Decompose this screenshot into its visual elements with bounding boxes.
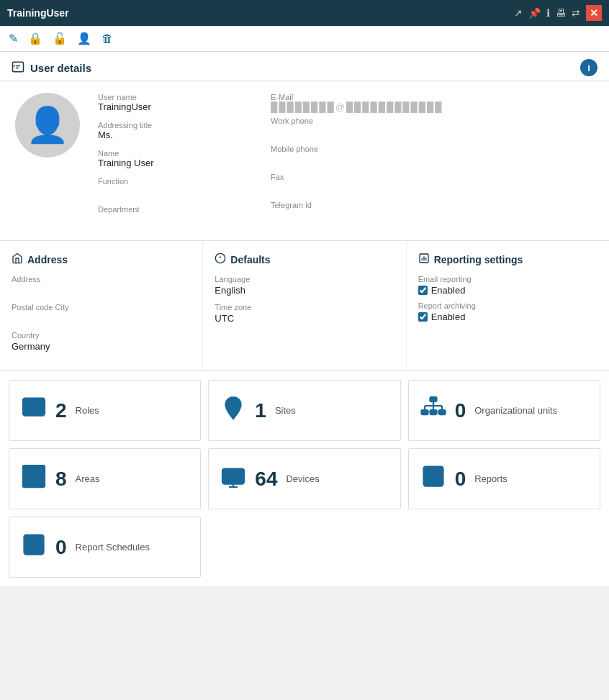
devices-count: 64 bbox=[255, 468, 277, 491]
lock-icon[interactable]: 🔒 bbox=[28, 32, 42, 45]
devices-label: Devices bbox=[286, 473, 319, 484]
print-icon[interactable]: 🖶 bbox=[556, 7, 566, 19]
user-field-col1: User name TrainingUser Addressing title … bbox=[98, 93, 242, 229]
reporting-icon bbox=[418, 253, 430, 266]
tiles-grid: 2 Roles 1 Sites 0 Organizational units 8 bbox=[0, 371, 609, 586]
avatar: 👤 bbox=[15, 93, 80, 158]
pin-icon[interactable]: 📌 bbox=[528, 7, 541, 19]
toolbar: ✎ 🔒 🔓 👤 🗑 bbox=[0, 26, 609, 52]
country-value: Germany bbox=[12, 341, 191, 352]
user-details-icon bbox=[12, 60, 24, 76]
reporting-title: Reporting settings bbox=[418, 253, 597, 266]
transfer-icon[interactable]: ⇄ bbox=[572, 7, 580, 19]
address-label: Address bbox=[12, 275, 191, 283]
user-details-title: User details bbox=[12, 60, 91, 76]
trash-icon[interactable]: 🗑 bbox=[102, 32, 113, 45]
roles-label: Roles bbox=[76, 405, 99, 416]
edit-icon[interactable]: ✎ bbox=[9, 32, 18, 45]
user-details-header: User details i bbox=[0, 52, 609, 81]
svg-rect-17 bbox=[421, 410, 428, 414]
export-icon[interactable]: ↗ bbox=[514, 7, 523, 19]
content: User details i 👤 User name TrainingUser … bbox=[0, 52, 609, 586]
email-reporting-enabled: Enabled bbox=[418, 285, 597, 296]
user-fields: User name TrainingUser Addressing title … bbox=[98, 93, 597, 229]
users-icon[interactable]: 👤 bbox=[77, 32, 91, 45]
telegram-value bbox=[271, 209, 443, 220]
sites-icon bbox=[220, 395, 246, 426]
report-schedules-count: 0 bbox=[55, 536, 67, 559]
department-label: Department bbox=[98, 205, 242, 214]
work-phone-value bbox=[271, 125, 443, 136]
roles-icon bbox=[21, 395, 47, 426]
org-units-icon bbox=[420, 395, 446, 426]
name-label: Name bbox=[98, 149, 242, 158]
titlebar-icons: ↗ 📌 ℹ 🖶 ⇄ ✕ bbox=[514, 5, 602, 21]
tile-report-schedules[interactable]: 0 Report Schedules bbox=[9, 517, 201, 578]
svg-point-3 bbox=[14, 65, 15, 66]
defaults-icon bbox=[215, 253, 226, 266]
username-label: User name bbox=[98, 93, 242, 101]
postal-value bbox=[12, 313, 191, 324]
report-schedules-label: Report Schedules bbox=[76, 542, 150, 553]
titlebar: TrainingUser ↗ 📌 ℹ 🖶 ⇄ ✕ bbox=[0, 0, 609, 26]
report-archiving-label: Report archiving bbox=[418, 301, 597, 310]
defaults-title: Defaults bbox=[215, 253, 394, 266]
email-label: E-Mail bbox=[271, 93, 443, 101]
info-icon[interactable]: ℹ bbox=[546, 7, 550, 19]
email-reporting-enabled-label: Enabled bbox=[431, 285, 466, 296]
svg-rect-19 bbox=[438, 410, 445, 414]
reports-label: Reports bbox=[474, 473, 508, 484]
work-phone-label: Work phone bbox=[271, 117, 443, 125]
tile-org-units[interactable]: 0 Organizational units bbox=[408, 380, 600, 441]
sites-label: Sites bbox=[275, 405, 296, 416]
email-reporting-checkbox[interactable] bbox=[418, 286, 428, 295]
postal-label: Postal code City bbox=[12, 303, 191, 312]
telegram-label: Telegram id bbox=[271, 201, 443, 209]
tile-sites[interactable]: 1 Sites bbox=[208, 380, 400, 441]
mobile-phone-label: Mobile phone bbox=[271, 145, 443, 153]
areas-label: Areas bbox=[76, 473, 100, 484]
fax-value bbox=[271, 181, 443, 192]
unlock-icon[interactable]: 🔓 bbox=[53, 32, 67, 45]
org-units-label: Organizational units bbox=[474, 405, 557, 416]
timezone-value: UTC bbox=[215, 313, 394, 324]
org-units-count: 0 bbox=[455, 399, 466, 422]
info-button[interactable]: i bbox=[580, 59, 597, 76]
svg-point-15 bbox=[231, 402, 237, 408]
address-defaults-reporting: Address Address Postal code City Country… bbox=[0, 241, 609, 371]
reports-count: 0 bbox=[455, 468, 466, 491]
defaults-section: Defaults Language English Time zone UTC bbox=[203, 241, 406, 371]
language-label: Language bbox=[215, 275, 394, 283]
reports-icon bbox=[420, 463, 446, 494]
country-label: Country bbox=[12, 331, 191, 340]
email-value: ████████@████████████ bbox=[271, 101, 443, 112]
reporting-section: Reporting settings Email reporting Enabl… bbox=[407, 241, 609, 371]
avatar-icon: 👤 bbox=[26, 105, 69, 145]
svg-rect-32 bbox=[229, 473, 238, 480]
username-value: TrainingUser bbox=[98, 101, 242, 112]
tile-reports[interactable]: 0 Reports bbox=[408, 448, 600, 509]
email-reporting-label: Email reporting bbox=[418, 275, 597, 283]
tile-roles[interactable]: 2 Roles bbox=[9, 380, 201, 441]
tile-areas[interactable]: 8 Areas bbox=[9, 448, 201, 509]
address-section: Address Address Postal code City Country… bbox=[0, 241, 203, 371]
window-title: TrainingUser bbox=[7, 7, 69, 19]
close-button[interactable]: ✕ bbox=[586, 5, 602, 21]
svg-point-14 bbox=[24, 403, 27, 405]
report-schedules-icon bbox=[21, 532, 47, 563]
mobile-phone-value bbox=[271, 153, 443, 164]
svg-rect-0 bbox=[13, 62, 24, 72]
areas-count: 8 bbox=[55, 468, 67, 491]
timezone-label: Time zone bbox=[215, 303, 394, 312]
areas-icon bbox=[21, 463, 47, 494]
roles-count: 2 bbox=[55, 399, 67, 422]
report-archiving-checkbox[interactable] bbox=[418, 312, 428, 322]
tile-devices[interactable]: 64 Devices bbox=[208, 448, 400, 509]
devices-icon bbox=[220, 463, 246, 494]
address-value bbox=[12, 285, 191, 296]
user-details-body: 👤 User name TrainingUser Addressing titl… bbox=[0, 81, 609, 241]
function-label: Function bbox=[98, 177, 242, 186]
user-field-col2: E-Mail ████████@████████████ Work phone … bbox=[271, 93, 443, 229]
sites-count: 1 bbox=[255, 399, 266, 422]
svg-rect-16 bbox=[430, 397, 436, 401]
